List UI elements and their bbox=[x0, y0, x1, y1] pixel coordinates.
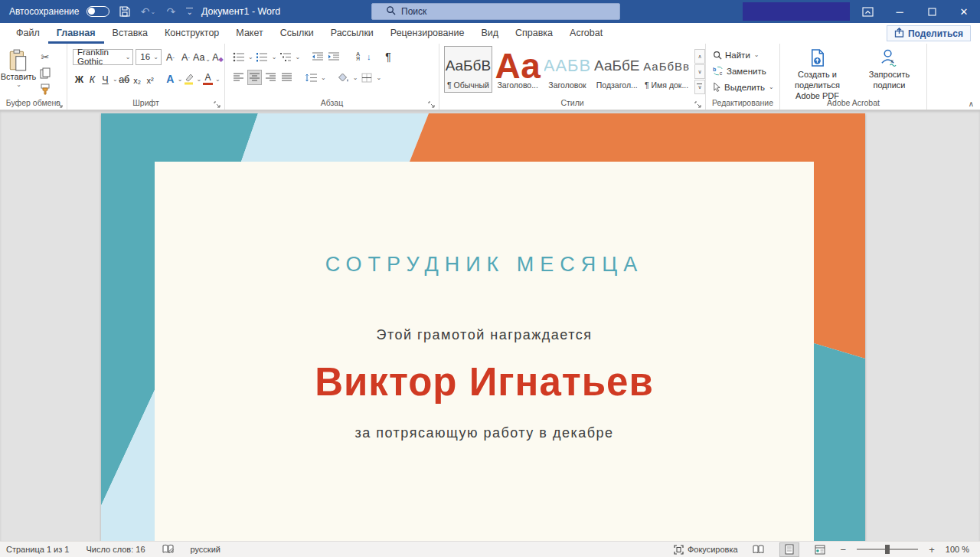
tab-help[interactable]: Справка bbox=[507, 24, 561, 44]
italic-button[interactable]: К bbox=[86, 71, 99, 87]
replace-button[interactable]: bc Заменить bbox=[713, 64, 779, 78]
strikethrough-button[interactable]: аб bbox=[118, 71, 131, 87]
cert-title-text[interactable]: СОТРУДНИК МЕСЯЦА bbox=[155, 253, 814, 277]
undo-icon[interactable]: ↶⌄ bbox=[140, 4, 155, 19]
font-name-combo[interactable]: Franklin Gothic⌄ bbox=[73, 49, 133, 65]
style-subtitle[interactable]: АаБбЕ Подзагол... bbox=[593, 46, 641, 93]
numbering-icon[interactable] bbox=[255, 49, 270, 64]
tab-acrobat[interactable]: Acrobat bbox=[561, 24, 611, 44]
tab-review[interactable]: Рецензирование bbox=[382, 24, 473, 44]
font-size-value: 16 bbox=[140, 52, 150, 61]
decrease-indent-icon[interactable] bbox=[310, 49, 325, 64]
tab-insert[interactable]: Вставка bbox=[104, 24, 156, 44]
cert-name-text[interactable]: Виктор Игнатьев bbox=[155, 359, 814, 405]
acrobat-group-label: Adobe Acrobat bbox=[780, 98, 926, 107]
request-signatures-button[interactable]: x Запросить подписи bbox=[855, 48, 924, 101]
search-box[interactable]: Поиск bbox=[371, 3, 620, 20]
highlight-button[interactable] bbox=[182, 71, 195, 87]
web-layout-icon[interactable] bbox=[810, 542, 830, 557]
grow-font-button[interactable]: Аˆ bbox=[164, 49, 177, 64]
style-normal[interactable]: АаБбВ ¶ Обычный bbox=[444, 46, 492, 93]
account-badge[interactable] bbox=[743, 2, 850, 21]
justify-icon[interactable] bbox=[279, 70, 294, 85]
bold-button[interactable]: Ж bbox=[73, 71, 86, 87]
read-mode-icon[interactable] bbox=[749, 542, 769, 557]
clipboard-icon bbox=[8, 49, 28, 72]
style-docname[interactable]: АаБбВв ¶ Имя док... bbox=[642, 46, 691, 93]
text-effects-button[interactable]: А bbox=[164, 71, 177, 87]
tab-layout[interactable]: Макет bbox=[227, 24, 271, 44]
borders-icon[interactable] bbox=[359, 70, 374, 85]
dialog-launcher-icon[interactable] bbox=[56, 99, 64, 107]
show-marks-icon[interactable]: ¶ bbox=[381, 49, 396, 64]
cert-intro-text[interactable]: Этой грамотой награждается bbox=[155, 327, 814, 343]
clear-formatting-button[interactable]: А◆ bbox=[211, 49, 224, 64]
font-size-combo[interactable]: 16⌄ bbox=[136, 49, 162, 65]
line-spacing-icon[interactable] bbox=[304, 70, 318, 85]
autosave-toggle[interactable] bbox=[87, 6, 109, 17]
zoom-level[interactable]: 100 % bbox=[946, 545, 969, 554]
tab-mailings[interactable]: Рассылки bbox=[322, 24, 382, 44]
style-heading1[interactable]: Аа Заголово... bbox=[494, 46, 542, 93]
styles-more-icon[interactable]: ∨ bbox=[694, 80, 705, 94]
align-center-icon[interactable] bbox=[247, 70, 262, 85]
focus-icon bbox=[674, 545, 684, 555]
focus-mode-button[interactable]: Фокусировка bbox=[674, 545, 738, 555]
share-button[interactable]: Поделиться bbox=[887, 25, 971, 41]
multilevel-list-icon[interactable] bbox=[278, 49, 292, 64]
zoom-out-icon[interactable]: − bbox=[841, 544, 847, 555]
zoom-slider[interactable] bbox=[857, 549, 918, 550]
underline-button[interactable]: Ч bbox=[99, 71, 112, 87]
select-button[interactable]: Выделить⌄ bbox=[713, 80, 779, 94]
font-color-button[interactable]: А bbox=[201, 71, 214, 87]
increase-indent-icon[interactable] bbox=[326, 49, 341, 64]
shrink-font-button[interactable]: Аˇ bbox=[179, 49, 192, 64]
tab-home[interactable]: Главная bbox=[48, 24, 104, 44]
tab-file[interactable]: Файл bbox=[8, 24, 48, 44]
chevron-down-icon[interactable]: ⌄ bbox=[113, 76, 118, 83]
dialog-launcher-icon[interactable] bbox=[214, 99, 222, 107]
align-right-icon[interactable] bbox=[263, 70, 278, 85]
styles-scroll-up-icon[interactable]: ∧ bbox=[694, 49, 705, 64]
save-icon[interactable] bbox=[117, 4, 132, 19]
document-page[interactable]: СОТРУДНИК МЕСЯЦА Этой грамотой награждае… bbox=[101, 113, 865, 541]
zoom-in-icon[interactable]: + bbox=[929, 544, 935, 555]
copy-icon[interactable] bbox=[37, 66, 54, 80]
dialog-launcher-icon[interactable] bbox=[694, 99, 703, 107]
close-icon[interactable]: ✕ bbox=[948, 0, 980, 23]
styles-scroll-down-icon[interactable]: ∨ bbox=[694, 64, 705, 79]
dialog-launcher-icon[interactable] bbox=[428, 99, 436, 107]
superscript-button[interactable]: x² bbox=[144, 71, 157, 87]
subscript-button[interactable]: x₂ bbox=[131, 71, 144, 87]
align-left-icon[interactable] bbox=[231, 70, 246, 85]
minimize-icon[interactable]: ─ bbox=[884, 0, 916, 23]
tab-view[interactable]: Вид bbox=[472, 24, 507, 44]
paste-button[interactable]: Вставить ⌄ bbox=[0, 48, 37, 96]
page-count[interactable]: Страница 1 из 1 bbox=[6, 545, 69, 554]
format-painter-icon[interactable] bbox=[37, 82, 54, 96]
word-count[interactable]: Число слов: 16 bbox=[86, 545, 145, 554]
tab-references[interactable]: Ссылки bbox=[272, 24, 322, 44]
cert-reason-text[interactable]: за потрясающую работу в декабре bbox=[155, 425, 814, 441]
language-status[interactable]: русский bbox=[191, 545, 220, 554]
tab-design[interactable]: Конструктор bbox=[156, 24, 227, 44]
change-case-button[interactable]: Аа⌄ bbox=[194, 49, 209, 64]
create-pdf-button[interactable]: Создать и поделиться Adobe PDF bbox=[783, 48, 852, 101]
proofing-icon[interactable] bbox=[162, 544, 174, 555]
customize-qat-icon[interactable]: ⌄ bbox=[186, 8, 192, 15]
pointer-icon bbox=[713, 82, 721, 92]
sort-icon[interactable]: А Я bbox=[351, 49, 365, 64]
cert-inner-panel[interactable]: СОТРУДНИК МЕСЯЦА Этой грамотой награждае… bbox=[155, 162, 814, 541]
bullets-icon[interactable] bbox=[231, 49, 246, 64]
ribbon-display-options-icon[interactable] bbox=[851, 0, 884, 23]
style-title[interactable]: ААБВ Заголовок bbox=[544, 46, 592, 93]
maximize-icon[interactable] bbox=[916, 0, 948, 23]
zoom-slider-thumb[interactable] bbox=[885, 545, 890, 554]
print-layout-icon[interactable] bbox=[779, 542, 799, 557]
svg-text:c: c bbox=[720, 70, 723, 76]
find-button[interactable]: Найти⌄ bbox=[713, 48, 779, 62]
collapse-ribbon-icon[interactable]: ∧ bbox=[969, 100, 974, 108]
shading-icon[interactable] bbox=[336, 70, 351, 85]
cut-icon[interactable]: ✂ bbox=[37, 50, 54, 64]
redo-icon[interactable]: ↷ bbox=[163, 4, 178, 19]
